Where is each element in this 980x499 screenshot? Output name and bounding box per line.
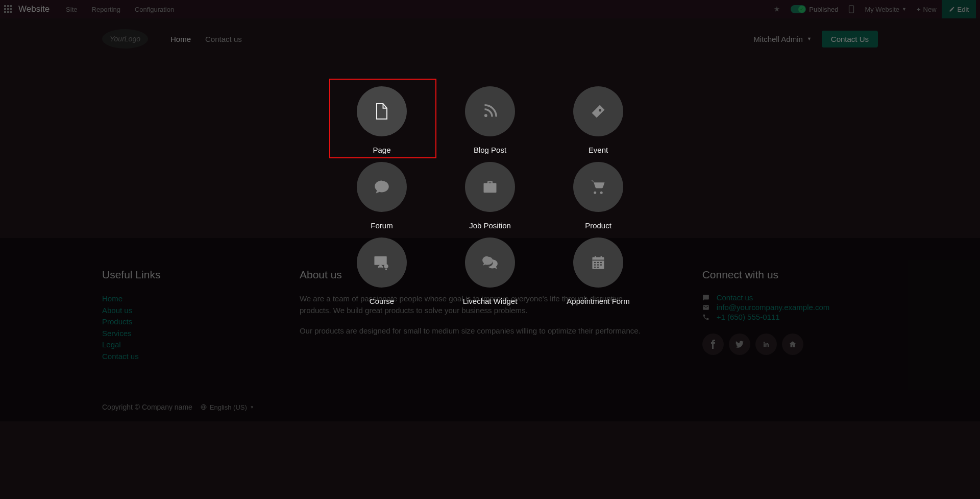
svg-point-4 bbox=[384, 264, 388, 269]
cart-icon bbox=[573, 162, 623, 212]
new-event-option[interactable]: Event bbox=[544, 79, 652, 155]
svg-rect-6 bbox=[594, 262, 596, 263]
new-livechat-option[interactable]: Livechat Widget bbox=[436, 230, 544, 306]
new-product-option[interactable]: Product bbox=[544, 155, 652, 230]
svg-rect-12 bbox=[594, 267, 596, 268]
rss-icon bbox=[465, 86, 515, 136]
svg-rect-10 bbox=[597, 264, 599, 265]
svg-point-2 bbox=[484, 114, 487, 117]
page-icon bbox=[357, 86, 407, 136]
new-blog-post-option[interactable]: Blog Post bbox=[436, 79, 544, 155]
new-job-option[interactable]: Job Position bbox=[436, 155, 544, 230]
svg-rect-8 bbox=[600, 262, 601, 263]
chat-icon bbox=[357, 162, 407, 212]
calendar-icon bbox=[573, 237, 623, 288]
svg-rect-11 bbox=[600, 264, 601, 265]
presentation-icon bbox=[357, 237, 407, 288]
chats-icon bbox=[465, 237, 515, 288]
ticket-icon bbox=[573, 86, 623, 136]
svg-rect-13 bbox=[597, 267, 599, 268]
new-forum-option[interactable]: Forum bbox=[328, 155, 436, 230]
new-page-option[interactable]: Page bbox=[328, 79, 436, 155]
new-appointment-option[interactable]: Appointment Form bbox=[544, 230, 652, 306]
svg-rect-3 bbox=[374, 256, 386, 265]
svg-rect-9 bbox=[594, 264, 596, 265]
briefcase-icon bbox=[465, 162, 515, 212]
new-course-option[interactable]: Course bbox=[328, 230, 436, 306]
new-content-overlay[interactable]: Page Blog Post Event Forum Job Position bbox=[0, 0, 980, 499]
svg-rect-7 bbox=[597, 262, 599, 263]
new-content-grid: Page Blog Post Event Forum Job Position bbox=[328, 79, 652, 306]
